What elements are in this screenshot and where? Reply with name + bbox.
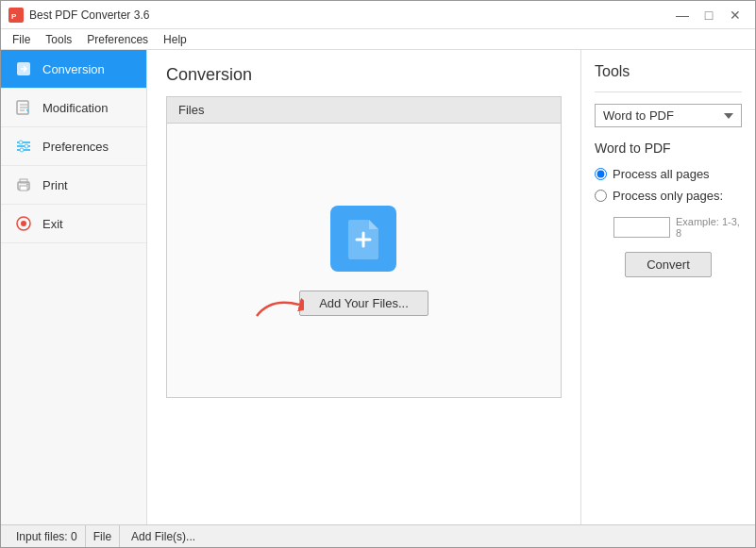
svg-rect-11 [20,186,27,191]
content-area: Conversion Files [147,50,580,524]
sidebar-label-conversion: Conversion [42,62,105,76]
sidebar-item-modification[interactable]: Modification [1,89,146,127]
status-file-label: File [86,525,120,547]
radio-all-pages-input[interactable] [595,168,607,180]
radio-only-pages[interactable]: Process only pages: [595,189,742,203]
app-window: P Best PDF Converter 3.6 — □ ✕ File Tool… [0,0,756,548]
menu-tools[interactable]: Tools [38,31,79,48]
menu-file[interactable]: File [5,31,38,48]
tools-panel-title: Tools [595,63,742,80]
file-label: File [93,530,111,543]
menu-bar: File Tools Preferences Help [1,29,755,50]
tools-dropdown[interactable]: Word to PDF PDF to Word PDF to Excel PDF… [595,104,742,127]
content-main: Conversion Files [147,50,580,524]
svg-point-13 [26,184,28,186]
page-title: Conversion [166,65,562,85]
sidebar-item-print[interactable]: Print [1,166,146,205]
pages-example: Example: 1-3, 8 [676,216,742,239]
pages-input-field[interactable] [613,217,670,238]
files-body: Add Your Files... [271,124,457,397]
tools-panel: Tools Word to PDF PDF to Word PDF to Exc… [580,50,755,524]
preferences-icon [14,137,33,156]
sidebar-label-modification: Modification [42,101,108,115]
main-layout: Conversion Modification [1,50,755,524]
arrow-cursor [252,292,438,324]
radio-only-pages-input[interactable] [595,190,607,202]
tools-subtitle: Word to PDF [595,141,742,156]
radio-all-pages-label: Process all pages [613,167,710,181]
pages-input-row: Example: 1-3, 8 [613,216,742,239]
modification-icon [14,98,33,117]
sidebar: Conversion Modification [1,50,147,524]
minimize-button[interactable]: — [670,6,695,25]
radio-all-pages[interactable]: Process all pages [595,167,742,181]
sidebar-item-conversion[interactable]: Conversion [1,50,146,89]
sidebar-label-preferences: Preferences [42,140,109,154]
menu-help[interactable]: Help [156,31,194,48]
svg-point-15 [21,221,26,226]
sidebar-item-preferences[interactable]: Preferences [1,127,146,166]
radio-group: Process all pages Process only pages: [595,167,742,203]
status-bar: Input files: 0 File Add File(s)... [1,524,755,547]
title-bar: P Best PDF Converter 3.6 — □ ✕ [1,1,755,29]
convert-button[interactable]: Convert [625,252,712,277]
files-header: Files [167,97,561,124]
sidebar-label-print: Print [42,178,68,192]
sidebar-label-exit: Exit [42,217,63,231]
app-icon: P [8,8,24,23]
status-add-files-link[interactable]: Add File(s)... [120,530,195,543]
title-bar-left: P Best PDF Converter 3.6 [8,8,149,23]
print-icon [14,175,33,194]
window-title: Best PDF Converter 3.6 [29,8,149,22]
exit-icon [14,214,33,233]
conversion-icon [14,59,33,78]
input-files-label: Input files: 0 [16,530,77,543]
maximize-button[interactable]: □ [697,6,721,25]
svg-point-7 [19,141,23,144]
status-input-files: Input files: 0 [8,525,86,547]
sidebar-item-exit[interactable]: Exit [1,205,146,243]
tools-divider [595,91,742,92]
add-files-container: Add Your Files... [299,291,428,316]
radio-only-pages-label: Process only pages: [613,189,723,203]
menu-preferences[interactable]: Preferences [79,31,156,48]
svg-point-9 [20,148,24,152]
window-controls: — □ ✕ [670,6,748,25]
svg-text:P: P [11,12,17,21]
file-add-icon [330,206,396,272]
svg-point-8 [25,144,28,148]
files-section: Files Add Your Files... [166,96,562,398]
close-button[interactable]: ✕ [723,6,748,25]
